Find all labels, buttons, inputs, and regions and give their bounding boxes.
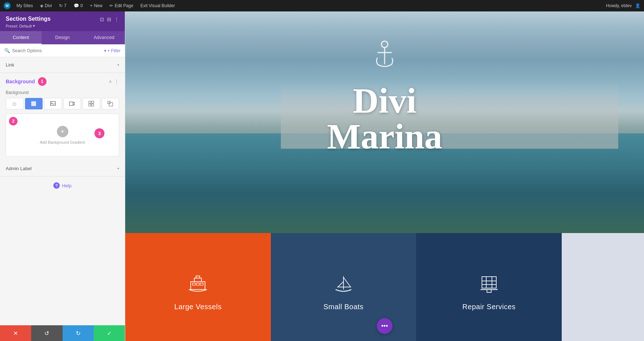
panel-preset[interactable]: Preset: Default ▾	[6, 24, 50, 28]
tab-advanced[interactable]: Advanced	[83, 31, 125, 44]
repair-label: Repair Services	[462, 303, 516, 311]
divi-menu[interactable]: ◈ Divi	[37, 2, 55, 10]
bottom-toolbar: ✕ ↺ ↻ ✓	[0, 325, 125, 341]
svg-rect-6	[92, 101, 94, 103]
divi-icon: ◈	[40, 3, 43, 8]
small-boats-label: Small Boats	[323, 303, 364, 311]
bg-type-video[interactable]	[63, 98, 81, 109]
panel-header: Section Settings Preset: Default ▾ ⊡ ⊟ ⋮	[0, 11, 125, 31]
repair-icon	[478, 275, 500, 297]
service-card-repair: Repair Services	[416, 233, 562, 341]
undo-button[interactable]: ↺	[31, 325, 62, 341]
comments-icon: 💬	[74, 3, 79, 8]
wp-logo-icon[interactable]: W	[4, 2, 11, 9]
filter-button[interactable]: ▾ + Filter	[104, 48, 121, 53]
new-menu[interactable]: + New	[87, 2, 105, 10]
large-vessels-label: Large Vessels	[174, 303, 221, 311]
service-card-small-boats: Small Boats	[271, 233, 416, 341]
step-badge-3: 3	[94, 128, 104, 138]
svg-point-11	[381, 41, 388, 48]
anchor-svg	[372, 40, 397, 69]
main-layout: Section Settings Preset: Default ▾ ⊡ ⊟ ⋮…	[0, 11, 644, 341]
panel-split-btn[interactable]: ⊟	[107, 16, 111, 22]
search-input[interactable]	[12, 48, 104, 53]
panel-title: Section Settings	[6, 16, 50, 22]
cancel-button[interactable]: ✕	[0, 325, 31, 341]
video-icon	[69, 101, 75, 107]
help-icon: ?	[53, 182, 60, 189]
floating-dots-button[interactable]: •••	[377, 318, 392, 334]
edit-page-label: Edit Page	[114, 3, 133, 8]
panel-body: Link ▾ Background 1 ∧ ⋮	[0, 57, 125, 325]
section-settings-panel: Section Settings Preset: Default ▾ ⊡ ⊟ ⋮…	[0, 11, 125, 341]
hero-section: Divi Marina	[125, 11, 644, 233]
add-gradient-text: Add Background Gradient	[40, 140, 85, 144]
panel-more-btn[interactable]: ⋮	[114, 16, 119, 22]
exit-builder-btn[interactable]: Exit Visual Builder	[137, 2, 178, 10]
hero-title-line2: Marina	[327, 119, 442, 154]
sync-icon: ↻	[59, 3, 63, 8]
new-label: New	[94, 3, 102, 8]
step-badge-1: 1	[38, 77, 47, 86]
svg-rect-18	[192, 283, 195, 285]
edit-page-btn[interactable]: ✏ Edit Page	[107, 2, 136, 10]
pattern-icon	[88, 101, 94, 107]
image-icon	[50, 101, 56, 107]
gradient-area: 2 3 + Add Background Gradient	[6, 114, 119, 157]
svg-rect-5	[89, 101, 91, 103]
panel-title-group: Section Settings Preset: Default ▾	[6, 16, 50, 28]
sync-menu[interactable]: ↻ 7	[56, 2, 69, 10]
bg-type-buttons: ◇	[6, 98, 119, 109]
redo-button[interactable]: ↻	[63, 325, 94, 341]
admin-bar: W My Sites ◈ Divi ↻ 7 💬 0 + New ✏ Edit P…	[0, 0, 644, 11]
panel-expand-btn[interactable]: ⊡	[100, 16, 104, 22]
exit-builder-label: Exit Visual Builder	[140, 3, 175, 8]
admin-label-title: Admin Label	[6, 166, 31, 171]
save-button[interactable]: ✓	[94, 325, 125, 341]
my-sites-menu[interactable]: My Sites	[14, 2, 36, 10]
bg-type-none[interactable]: ◇	[6, 98, 24, 109]
dots-icon: •••	[381, 322, 388, 330]
svg-rect-15	[194, 278, 201, 282]
svg-rect-4	[69, 102, 73, 105]
svg-rect-16	[196, 276, 200, 278]
search-icon: 🔍	[4, 48, 10, 53]
help-row[interactable]: ? Help	[0, 177, 125, 194]
admin-label-collapse-row[interactable]: Admin Label ▾	[0, 161, 125, 176]
bg-type-image[interactable]	[44, 98, 62, 109]
bg-menu-btn[interactable]: ⋮	[114, 79, 119, 84]
svg-rect-22	[482, 277, 496, 288]
user-avatar-icon[interactable]: 👤	[635, 3, 640, 8]
plus-icon: +	[90, 3, 92, 8]
svg-rect-10	[109, 103, 113, 106]
panel-header-top: Section Settings Preset: Default ▾ ⊡ ⊟ ⋮	[6, 16, 119, 28]
bg-collapse-btn[interactable]: ∧	[109, 79, 112, 84]
bg-section-controls: ∧ ⋮	[109, 79, 119, 84]
tab-content[interactable]: Content	[0, 31, 42, 44]
link-collapse-row[interactable]: Link ▾	[0, 57, 125, 73]
hero-title: Divi Marina	[327, 83, 442, 154]
bg-type-pattern[interactable]	[82, 98, 100, 109]
svg-rect-7	[89, 104, 91, 106]
large-vessels-svg	[187, 275, 209, 294]
small-boats-icon	[333, 275, 354, 297]
tab-design[interactable]: Design	[42, 31, 83, 44]
preset-label: Preset: Default	[6, 24, 32, 28]
divi-label: Divi	[45, 3, 52, 8]
add-gradient-button[interactable]: +	[57, 126, 68, 137]
panel-search-bar: 🔍 ▾ + Filter	[0, 44, 125, 57]
small-boats-svg	[333, 275, 354, 294]
bg-type-mask[interactable]	[102, 98, 119, 109]
link-section-title: Link	[6, 62, 14, 68]
canvas-area: Divi Marina	[125, 11, 644, 341]
filter-icon: ▾	[104, 48, 106, 53]
bg-type-color[interactable]	[25, 98, 43, 109]
repair-svg	[478, 275, 500, 294]
service-card-large-vessels: Large Vessels	[125, 233, 271, 341]
panel-tabs: Content Design Advanced	[0, 31, 125, 44]
user-label: Howdy, etdev	[606, 3, 632, 8]
search-input-wrap: 🔍	[4, 48, 104, 53]
comments-menu[interactable]: 💬 0	[71, 2, 86, 10]
my-sites-label: My Sites	[16, 3, 33, 8]
color-icon	[31, 101, 36, 107]
